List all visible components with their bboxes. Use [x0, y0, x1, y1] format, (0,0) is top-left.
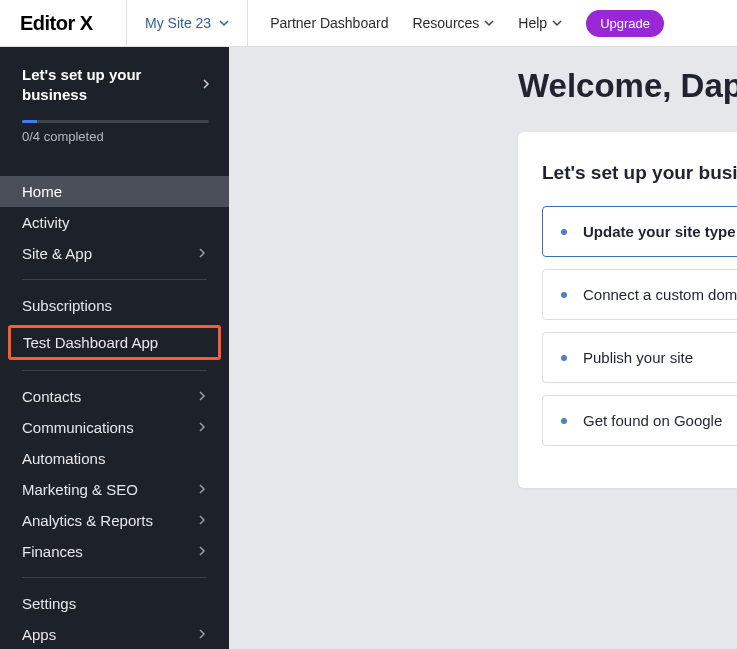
sidebar-item-subscriptions[interactable]: Subscriptions: [0, 290, 229, 321]
nav-label: Help: [518, 15, 547, 31]
progress-bar: [22, 120, 209, 123]
sidebar-item-apps[interactable]: Apps: [0, 619, 229, 650]
sidebar-item-communications[interactable]: Communications: [0, 412, 229, 443]
sidebar-item-label: Automations: [22, 450, 105, 467]
chevron-down-icon: [552, 18, 562, 28]
task-get-found-google[interactable]: Get found on Google: [542, 395, 737, 446]
top-bar: Editor X My Site 23 Partner Dashboard Re…: [0, 0, 737, 47]
content-area: Welcome, Daphne Let's set up your busine…: [229, 47, 737, 649]
sidebar-item-settings[interactable]: Settings: [0, 588, 229, 619]
sidebar-item-contacts[interactable]: Contacts: [0, 381, 229, 412]
chevron-right-icon: [201, 79, 211, 89]
setup-counter: 0/4 completed: [22, 129, 209, 144]
sidebar-item-marketing[interactable]: Marketing & SEO: [0, 474, 229, 505]
chevron-down-icon: [484, 18, 494, 28]
divider: [22, 370, 207, 371]
nav-resources[interactable]: Resources: [412, 15, 494, 31]
chevron-down-icon: [219, 18, 229, 28]
setup-card[interactable]: Let's set up your business 0/4 completed: [0, 47, 229, 158]
sidebar-item-label: Subscriptions: [22, 297, 112, 314]
sidebar-item-label: Home: [22, 183, 62, 200]
sidebar-item-label: Apps: [22, 626, 56, 643]
task-update-site-type[interactable]: Update your site type: [542, 206, 737, 257]
chevron-right-icon: [197, 629, 207, 639]
task-label: Publish your site: [583, 349, 693, 366]
sidebar-item-label: Finances: [22, 543, 83, 560]
sidebar: Let's set up your business 0/4 completed…: [0, 47, 229, 649]
chevron-right-icon: [197, 546, 207, 556]
nav-partner-dashboard[interactable]: Partner Dashboard: [270, 15, 388, 31]
sidebar-item-home[interactable]: Home: [0, 176, 229, 207]
bullet-icon: [561, 292, 567, 298]
sidebar-item-label: Contacts: [22, 388, 81, 405]
bullet-icon: [561, 229, 567, 235]
task-label: Get found on Google: [583, 412, 722, 429]
sidebar-item-label: Test Dashboard App: [23, 334, 158, 351]
sidebar-item-activity[interactable]: Activity: [0, 207, 229, 238]
sidebar-item-label: Communications: [22, 419, 134, 436]
logo: Editor X: [0, 0, 127, 47]
bullet-icon: [561, 355, 567, 361]
task-label: Connect a custom domain: [583, 286, 737, 303]
site-selector[interactable]: My Site 23: [127, 0, 248, 47]
upgrade-button[interactable]: Upgrade: [586, 10, 664, 37]
sidebar-item-site-app[interactable]: Site & App: [0, 238, 229, 269]
nav-help[interactable]: Help: [518, 15, 562, 31]
nav-label: Partner Dashboard: [270, 15, 388, 31]
divider: [22, 279, 207, 280]
chevron-right-icon: [197, 391, 207, 401]
sidebar-item-label: Site & App: [22, 245, 92, 262]
sidebar-item-label: Settings: [22, 595, 76, 612]
welcome-heading: Welcome, Daphne: [518, 67, 737, 105]
sidebar-item-label: Analytics & Reports: [22, 512, 153, 529]
chevron-right-icon: [197, 248, 207, 258]
sidebar-item-label: Marketing & SEO: [22, 481, 138, 498]
sidebar-item-test-dashboard[interactable]: Test Dashboard App: [8, 325, 221, 360]
panel-title: Let's set up your business: [542, 162, 737, 184]
sidebar-item-automations[interactable]: Automations: [0, 443, 229, 474]
chevron-right-icon: [197, 422, 207, 432]
nav-label: Resources: [412, 15, 479, 31]
divider: [22, 577, 207, 578]
sidebar-item-finances[interactable]: Finances: [0, 536, 229, 567]
chevron-right-icon: [197, 515, 207, 525]
chevron-right-icon: [197, 484, 207, 494]
site-selector-label: My Site 23: [145, 15, 211, 31]
task-publish-site[interactable]: Publish your site: [542, 332, 737, 383]
task-label: Update your site type: [583, 223, 736, 240]
task-connect-domain[interactable]: Connect a custom domain: [542, 269, 737, 320]
sidebar-item-analytics[interactable]: Analytics & Reports: [0, 505, 229, 536]
setup-title: Let's set up your business: [22, 65, 172, 106]
progress-fill: [22, 120, 37, 123]
setup-panel: Let's set up your business Update your s…: [518, 132, 737, 488]
sidebar-item-label: Activity: [22, 214, 70, 231]
top-nav: Partner Dashboard Resources Help Upgrade: [270, 10, 737, 37]
bullet-icon: [561, 418, 567, 424]
